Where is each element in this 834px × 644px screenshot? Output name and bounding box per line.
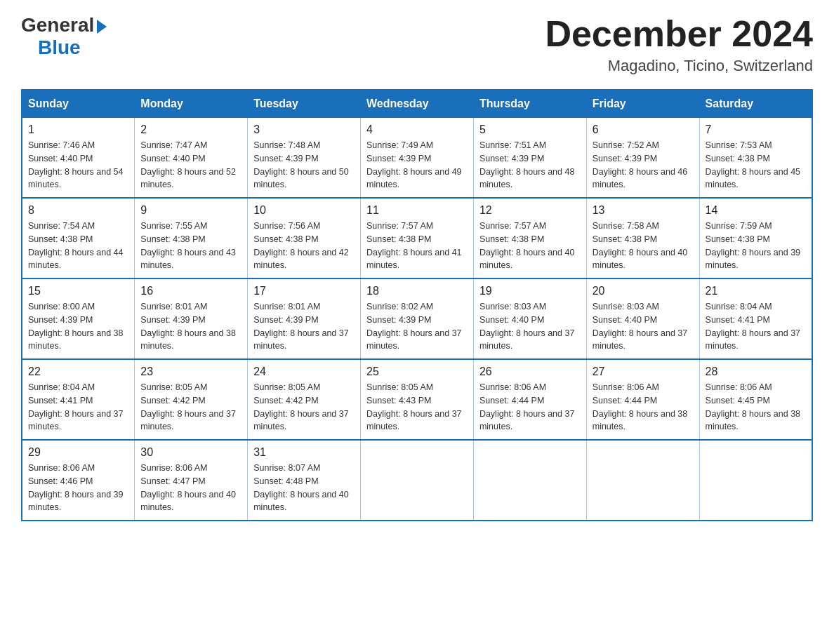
day-number: 26 xyxy=(479,365,581,378)
page-header: General Blue December 2024 Magadino, Tic… xyxy=(21,14,813,75)
day-info: Sunrise: 8:01 AM Sunset: 4:39 PM Dayligh… xyxy=(253,300,355,353)
day-number: 31 xyxy=(253,446,355,459)
calendar-cell: 14 Sunrise: 7:59 AM Sunset: 4:38 PM Dayl… xyxy=(699,198,812,279)
calendar-cell: 5 Sunrise: 7:51 AM Sunset: 4:39 PM Dayli… xyxy=(473,118,586,199)
day-info: Sunrise: 8:06 AM Sunset: 4:45 PM Dayligh… xyxy=(706,381,806,434)
day-number: 7 xyxy=(706,123,806,136)
day-number: 30 xyxy=(140,446,241,459)
day-number: 15 xyxy=(28,285,128,297)
location-text: Magadino, Ticino, Switzerland xyxy=(545,57,813,75)
calendar-cell: 6 Sunrise: 7:52 AM Sunset: 4:39 PM Dayli… xyxy=(586,118,699,199)
day-info: Sunrise: 7:47 AM Sunset: 4:40 PM Dayligh… xyxy=(140,139,241,192)
day-number: 1 xyxy=(28,123,128,136)
calendar-cell: 17 Sunrise: 8:01 AM Sunset: 4:39 PM Dayl… xyxy=(248,279,361,359)
day-number: 5 xyxy=(479,123,581,136)
day-info: Sunrise: 8:03 AM Sunset: 4:40 PM Dayligh… xyxy=(479,300,581,353)
day-info: Sunrise: 7:57 AM Sunset: 4:38 PM Dayligh… xyxy=(479,220,581,272)
calendar-cell: 19 Sunrise: 8:03 AM Sunset: 4:40 PM Dayl… xyxy=(473,279,586,359)
day-number: 24 xyxy=(253,365,355,378)
calendar-cell: 26 Sunrise: 8:06 AM Sunset: 4:44 PM Dayl… xyxy=(473,359,586,440)
day-info: Sunrise: 8:02 AM Sunset: 4:39 PM Dayligh… xyxy=(366,300,468,353)
day-info: Sunrise: 7:56 AM Sunset: 4:38 PM Dayligh… xyxy=(253,220,355,272)
calendar-cell: 28 Sunrise: 8:06 AM Sunset: 4:45 PM Dayl… xyxy=(699,359,812,440)
calendar-cell: 27 Sunrise: 8:06 AM Sunset: 4:44 PM Dayl… xyxy=(586,359,699,440)
calendar-cell: 11 Sunrise: 7:57 AM Sunset: 4:38 PM Dayl… xyxy=(361,198,474,279)
day-of-week-header: Saturday xyxy=(699,90,812,118)
day-info: Sunrise: 7:58 AM Sunset: 4:38 PM Dayligh… xyxy=(593,220,694,272)
day-info: Sunrise: 8:06 AM Sunset: 4:46 PM Dayligh… xyxy=(28,462,128,514)
calendar-cell: 20 Sunrise: 8:03 AM Sunset: 4:40 PM Dayl… xyxy=(586,279,699,359)
day-info: Sunrise: 7:52 AM Sunset: 4:39 PM Dayligh… xyxy=(593,139,694,192)
day-number: 14 xyxy=(706,204,806,217)
day-info: Sunrise: 7:49 AM Sunset: 4:39 PM Dayligh… xyxy=(366,139,468,192)
day-info: Sunrise: 8:05 AM Sunset: 4:42 PM Dayligh… xyxy=(253,381,355,434)
day-info: Sunrise: 8:06 AM Sunset: 4:44 PM Dayligh… xyxy=(479,381,581,434)
day-info: Sunrise: 8:01 AM Sunset: 4:39 PM Dayligh… xyxy=(140,300,241,353)
calendar-week-row: 22 Sunrise: 8:04 AM Sunset: 4:41 PM Dayl… xyxy=(22,359,812,440)
day-info: Sunrise: 8:04 AM Sunset: 4:41 PM Dayligh… xyxy=(706,300,806,353)
day-info: Sunrise: 8:03 AM Sunset: 4:40 PM Dayligh… xyxy=(593,300,694,353)
day-info: Sunrise: 7:53 AM Sunset: 4:38 PM Dayligh… xyxy=(706,139,806,192)
calendar-cell: 30 Sunrise: 8:06 AM Sunset: 4:47 PM Dayl… xyxy=(135,440,248,521)
calendar-cell xyxy=(586,440,699,521)
day-info: Sunrise: 8:05 AM Sunset: 4:42 PM Dayligh… xyxy=(140,381,241,434)
calendar-cell: 12 Sunrise: 7:57 AM Sunset: 4:38 PM Dayl… xyxy=(473,198,586,279)
logo-arrow-icon xyxy=(97,20,107,34)
day-number: 19 xyxy=(479,285,581,297)
day-info: Sunrise: 8:06 AM Sunset: 4:47 PM Dayligh… xyxy=(140,462,241,514)
day-info: Sunrise: 8:06 AM Sunset: 4:44 PM Dayligh… xyxy=(593,381,694,434)
calendar-cell: 7 Sunrise: 7:53 AM Sunset: 4:38 PM Dayli… xyxy=(699,118,812,199)
day-info: Sunrise: 7:48 AM Sunset: 4:39 PM Dayligh… xyxy=(253,139,355,192)
calendar-cell: 24 Sunrise: 8:05 AM Sunset: 4:42 PM Dayl… xyxy=(248,359,361,440)
calendar-header-row: SundayMondayTuesdayWednesdayThursdayFrid… xyxy=(22,90,812,118)
calendar-week-row: 15 Sunrise: 8:00 AM Sunset: 4:39 PM Dayl… xyxy=(22,279,812,359)
day-number: 6 xyxy=(593,123,694,136)
day-info: Sunrise: 8:00 AM Sunset: 4:39 PM Dayligh… xyxy=(28,300,128,353)
day-of-week-header: Wednesday xyxy=(361,90,474,118)
day-number: 12 xyxy=(479,204,581,217)
day-number: 10 xyxy=(253,204,355,217)
calendar-cell: 3 Sunrise: 7:48 AM Sunset: 4:39 PM Dayli… xyxy=(248,118,361,199)
day-number: 17 xyxy=(253,285,355,297)
calendar-cell: 29 Sunrise: 8:06 AM Sunset: 4:46 PM Dayl… xyxy=(22,440,135,521)
day-info: Sunrise: 8:04 AM Sunset: 4:41 PM Dayligh… xyxy=(28,381,128,434)
calendar-week-row: 1 Sunrise: 7:46 AM Sunset: 4:40 PM Dayli… xyxy=(22,118,812,199)
day-number: 8 xyxy=(28,204,128,217)
day-number: 22 xyxy=(28,365,128,378)
calendar-cell: 15 Sunrise: 8:00 AM Sunset: 4:39 PM Dayl… xyxy=(22,279,135,359)
day-number: 28 xyxy=(706,365,806,378)
day-number: 21 xyxy=(706,285,806,297)
calendar-cell: 8 Sunrise: 7:54 AM Sunset: 4:38 PM Dayli… xyxy=(22,198,135,279)
day-number: 3 xyxy=(253,123,355,136)
calendar-table: SundayMondayTuesdayWednesdayThursdayFrid… xyxy=(21,89,813,521)
logo: General Blue xyxy=(21,14,107,59)
calendar-cell: 2 Sunrise: 7:47 AM Sunset: 4:40 PM Dayli… xyxy=(135,118,248,199)
day-info: Sunrise: 7:51 AM Sunset: 4:39 PM Dayligh… xyxy=(479,139,581,192)
calendar-cell: 1 Sunrise: 7:46 AM Sunset: 4:40 PM Dayli… xyxy=(22,118,135,199)
calendar-cell: 23 Sunrise: 8:05 AM Sunset: 4:42 PM Dayl… xyxy=(135,359,248,440)
day-of-week-header: Friday xyxy=(586,90,699,118)
calendar-cell: 31 Sunrise: 8:07 AM Sunset: 4:48 PM Dayl… xyxy=(248,440,361,521)
calendar-cell: 21 Sunrise: 8:04 AM Sunset: 4:41 PM Dayl… xyxy=(699,279,812,359)
day-of-week-header: Tuesday xyxy=(248,90,361,118)
calendar-cell: 16 Sunrise: 8:01 AM Sunset: 4:39 PM Dayl… xyxy=(135,279,248,359)
day-number: 20 xyxy=(593,285,694,297)
day-of-week-header: Monday xyxy=(135,90,248,118)
calendar-cell: 9 Sunrise: 7:55 AM Sunset: 4:38 PM Dayli… xyxy=(135,198,248,279)
calendar-cell: 4 Sunrise: 7:49 AM Sunset: 4:39 PM Dayli… xyxy=(361,118,474,199)
day-info: Sunrise: 7:55 AM Sunset: 4:38 PM Dayligh… xyxy=(140,220,241,272)
day-number: 27 xyxy=(593,365,694,378)
day-number: 2 xyxy=(140,123,241,136)
calendar-cell: 22 Sunrise: 8:04 AM Sunset: 4:41 PM Dayl… xyxy=(22,359,135,440)
day-info: Sunrise: 8:07 AM Sunset: 4:48 PM Dayligh… xyxy=(253,462,355,514)
day-info: Sunrise: 7:46 AM Sunset: 4:40 PM Dayligh… xyxy=(28,139,128,192)
day-info: Sunrise: 7:59 AM Sunset: 4:38 PM Dayligh… xyxy=(706,220,806,272)
logo-general-text: General xyxy=(21,14,94,36)
title-section: December 2024 Magadino, Ticino, Switzerl… xyxy=(545,14,813,75)
month-title: December 2024 xyxy=(545,14,813,54)
calendar-cell xyxy=(699,440,812,521)
calendar-cell: 10 Sunrise: 7:56 AM Sunset: 4:38 PM Dayl… xyxy=(248,198,361,279)
day-info: Sunrise: 7:57 AM Sunset: 4:38 PM Dayligh… xyxy=(366,220,468,272)
calendar-cell: 13 Sunrise: 7:58 AM Sunset: 4:38 PM Dayl… xyxy=(586,198,699,279)
day-info: Sunrise: 7:54 AM Sunset: 4:38 PM Dayligh… xyxy=(28,220,128,272)
